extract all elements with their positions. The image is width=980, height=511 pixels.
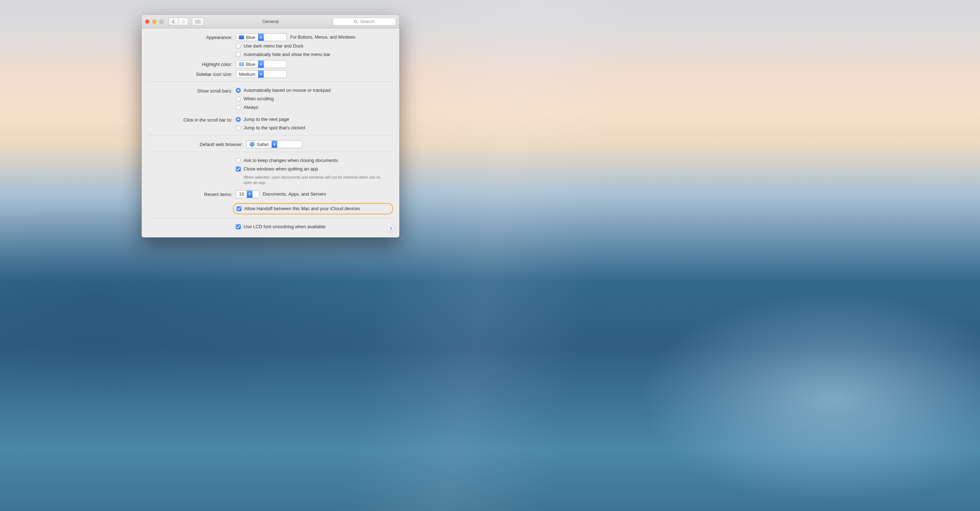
swatch-icon (239, 62, 244, 66)
sidebar-popup[interactable]: Medium (236, 70, 287, 78)
dark-menu-checkbox[interactable]: Use dark menu bar and Dock (236, 43, 393, 50)
safari-icon (250, 142, 255, 147)
browser-value: Safari (257, 142, 269, 147)
chevron-right-icon (182, 20, 185, 23)
swatch-icon (239, 35, 244, 39)
caret-icon (272, 141, 277, 148)
recent-value: 10 (239, 192, 244, 197)
svg-line-1 (356, 22, 358, 23)
highlight-value: Blue (246, 62, 255, 67)
checkbox-icon (236, 43, 241, 48)
radio-icon (236, 125, 241, 130)
grid-icon (196, 20, 200, 23)
minimize-icon[interactable] (152, 19, 156, 24)
lcd-checkbox[interactable]: Use LCD font smoothing when available (236, 223, 393, 230)
zoom-icon (159, 19, 164, 24)
divider (148, 218, 393, 218)
auto-hide-label: Automatically hide and show the menu bar (243, 51, 330, 58)
checkbox-icon (236, 224, 241, 229)
caret-icon (258, 34, 264, 41)
back-button[interactable] (169, 18, 178, 26)
help-icon: ? (390, 227, 392, 232)
appearance-hint: For Buttons, Menus, and Windows (290, 35, 355, 40)
close-windows-note: When selected, open documents and window… (243, 175, 382, 185)
highlight-popup[interactable]: Blue (236, 60, 287, 68)
show-all-button[interactable] (192, 18, 204, 26)
sidebar-label: Sidebar icon size: (148, 70, 236, 77)
checkbox-icon (237, 206, 242, 211)
clickbar-label: Click in the scroll bar to: (148, 116, 236, 123)
recent-suffix: Documents, Apps, and Servers (263, 192, 326, 197)
titlebar: General Search (142, 15, 399, 28)
chevron-left-icon (172, 20, 175, 23)
highlight-label: Highlight color: (148, 60, 236, 67)
caret-icon (247, 191, 253, 198)
checkbox-icon (236, 166, 241, 171)
caret-icon (258, 70, 264, 78)
scrollbars-label: Show scroll bars: (148, 87, 236, 94)
appearance-label: Appearance: (148, 33, 236, 40)
preferences-body: Appearance: Blue For Buttons, Menus, and… (142, 28, 399, 238)
dark-menu-label: Use dark menu bar and Dock (243, 43, 304, 50)
ask-changes-checkbox[interactable]: Ask to keep changes when closing documen… (236, 157, 393, 164)
auto-hide-checkbox[interactable]: Automatically hide and show the menu bar (236, 51, 393, 58)
recent-popup[interactable]: 10 (236, 190, 259, 198)
handoff-checkbox[interactable]: Allow Handoff between this Mac and your … (237, 205, 360, 212)
radio-icon (236, 117, 241, 122)
nav-buttons (169, 18, 188, 26)
help-button[interactable]: ? (387, 225, 395, 233)
svg-point-0 (355, 20, 357, 22)
clickbar-radio-spot[interactable]: Jump to the spot that's clicked (236, 125, 393, 131)
preferences-window: General Search Appearance: Blue For Butt… (142, 15, 399, 238)
scrollbars-radio-auto[interactable]: Automatically based on mouse or trackpad (236, 87, 393, 94)
search-placeholder: Search (360, 19, 375, 24)
caret-icon (258, 61, 264, 68)
radio-icon (236, 88, 241, 93)
browser-label: Default web browser: (148, 141, 247, 147)
search-field[interactable]: Search (333, 18, 396, 26)
handoff-highlight: Allow Handoff between this Mac and your … (233, 203, 393, 214)
recent-label: Recent items: (148, 190, 236, 197)
radio-icon (236, 105, 241, 110)
forward-button[interactable] (178, 18, 188, 26)
close-icon[interactable] (145, 19, 150, 24)
divider (148, 81, 393, 82)
divider (148, 152, 393, 152)
checkbox-icon (236, 52, 241, 57)
divider (148, 135, 393, 136)
appearance-popup[interactable]: Blue (236, 33, 287, 41)
window-controls (145, 19, 164, 24)
radio-icon (236, 96, 241, 101)
appearance-value: Blue (246, 35, 255, 40)
scrollbars-radio-scrolling[interactable]: When scrolling (236, 95, 393, 102)
checkbox-icon (236, 158, 241, 163)
clickbar-radio-next[interactable]: Jump to the next page (236, 116, 393, 123)
scrollbars-radio-always[interactable]: Always (236, 104, 393, 111)
sidebar-value: Medium (239, 72, 255, 77)
close-windows-checkbox[interactable]: Close windows when quitting an app (236, 166, 393, 172)
browser-popup[interactable]: Safari (247, 141, 302, 148)
search-icon (354, 19, 358, 24)
